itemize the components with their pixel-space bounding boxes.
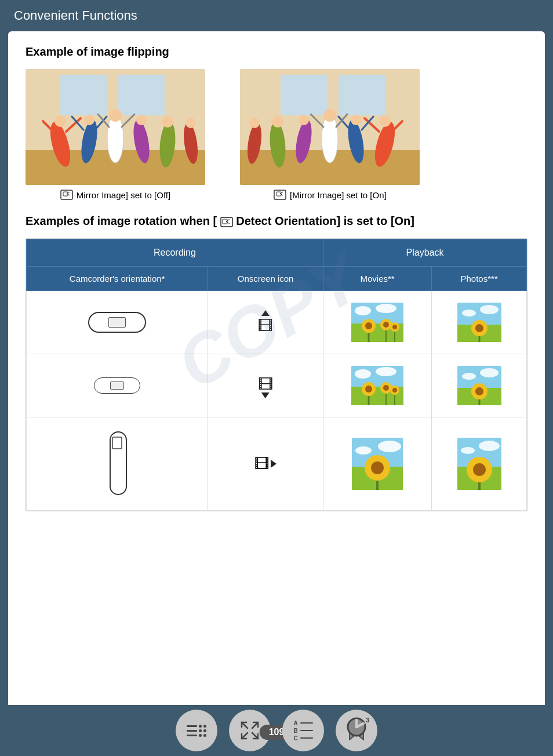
- svg-point-92: [475, 387, 483, 395]
- caption-2-text: [Mirror Image] set to [On]: [290, 190, 387, 200]
- svg-point-15: [185, 118, 196, 128]
- images-row: Mirror Image] set to [Off]: [26, 69, 527, 200]
- svg-point-61: [383, 322, 389, 328]
- svg-rect-48: [274, 190, 286, 199]
- svg-point-95: [462, 373, 476, 380]
- svg-point-63: [392, 325, 397, 329]
- svg-point-88: [376, 367, 396, 376]
- movie-3: [323, 417, 431, 511]
- photo-2: [432, 354, 527, 417]
- svg-point-41: [249, 118, 260, 128]
- photos-subheader: Photos***: [432, 267, 527, 291]
- svg-rect-28: [339, 75, 385, 115]
- table-row: 🎞: [27, 417, 527, 511]
- recording-header: Recording: [27, 239, 323, 267]
- svg-point-94: [480, 368, 499, 377]
- svg-point-13: [162, 116, 173, 128]
- svg-line-55: [226, 221, 230, 224]
- svg-line-112: [242, 722, 248, 728]
- table-container: Recording Playback Camcorder's orientati…: [26, 238, 527, 511]
- table-row: 🎞: [27, 354, 527, 417]
- playback-header: Playback: [323, 239, 526, 267]
- menu-button[interactable]: [176, 710, 217, 751]
- svg-point-33: [351, 115, 361, 125]
- svg-point-31: [379, 115, 391, 127]
- svg-point-67: [355, 306, 371, 315]
- bookmark-button[interactable]: 3: [336, 710, 377, 751]
- camcorder-orientation-1: [27, 291, 208, 354]
- svg-point-81: [383, 385, 389, 391]
- table-subheader-row: Camcorder's orientation* Onscreen icon M…: [27, 267, 527, 291]
- svg-point-37: [299, 115, 309, 125]
- camcorder-orientation-3: [27, 417, 208, 511]
- onscreen-icon-subheader: Onscreen icon: [208, 267, 323, 291]
- svg-point-110: [479, 441, 500, 451]
- svg-point-7: [84, 115, 94, 125]
- table-row: 🎞: [27, 291, 527, 354]
- svg-point-9: [109, 109, 122, 122]
- dance-image-normal: [26, 69, 205, 185]
- svg-point-74: [480, 305, 499, 314]
- main-content: COPY Example of image flipping: [8, 31, 545, 727]
- svg-point-111: [461, 447, 475, 454]
- image-block-1: Mirror Image] set to [Off]: [26, 69, 205, 200]
- svg-rect-29: [281, 75, 327, 115]
- dance-image-flipped: [240, 69, 420, 185]
- svg-point-5: [54, 115, 66, 127]
- svg-rect-2: [60, 75, 107, 115]
- section2-title: Examples of image rotation when [ Detect…: [26, 213, 527, 229]
- svg-line-54: [226, 219, 230, 221]
- caption-1: Mirror Image] set to [Off]: [60, 190, 170, 200]
- svg-point-108: [473, 463, 486, 476]
- movies-subheader: Movies**: [323, 267, 431, 291]
- svg-point-72: [475, 324, 483, 332]
- svg-point-39: [272, 116, 283, 128]
- svg-point-103: [378, 441, 401, 452]
- section1-title: Example of image flipping: [26, 45, 527, 59]
- svg-point-59: [365, 322, 372, 329]
- svg-point-35: [323, 109, 336, 122]
- svg-point-68: [376, 304, 396, 313]
- svg-point-11: [136, 115, 147, 125]
- svg-rect-97: [112, 437, 122, 449]
- svg-line-115: [242, 733, 248, 739]
- svg-point-83: [392, 388, 397, 392]
- svg-point-101: [371, 461, 384, 474]
- photo-3: [432, 417, 527, 511]
- photo-1: [432, 291, 527, 354]
- bottom-nav: 109 A B C 3: [0, 705, 553, 756]
- movie-2: [323, 354, 431, 417]
- svg-point-75: [462, 310, 476, 317]
- header-title: Convenient Functions: [14, 8, 137, 23]
- svg-rect-22: [61, 190, 72, 199]
- svg-point-87: [355, 369, 371, 379]
- svg-line-113: [252, 722, 258, 728]
- movie-1: [323, 291, 431, 354]
- table-header-row: Recording Playback: [27, 239, 527, 267]
- svg-point-104: [355, 446, 372, 455]
- camcorder-orientation-2: [27, 354, 208, 417]
- header: Convenient Functions: [0, 0, 553, 31]
- onscreen-icon-1: 🎞: [208, 291, 323, 354]
- orientation-subheader: Camcorder's orientation*: [27, 267, 208, 291]
- onscreen-icon-2: 🎞: [208, 354, 323, 417]
- onscreen-icon-3: 🎞: [208, 417, 323, 511]
- caption-2: [Mirror Image] set to [On]: [274, 190, 387, 200]
- svg-rect-3: [118, 75, 165, 115]
- svg-line-114: [252, 733, 258, 739]
- abc-list-button[interactable]: A B C: [282, 710, 324, 751]
- svg-point-79: [365, 386, 372, 392]
- image-block-2: [Mirror Image] set to [On]: [240, 69, 420, 200]
